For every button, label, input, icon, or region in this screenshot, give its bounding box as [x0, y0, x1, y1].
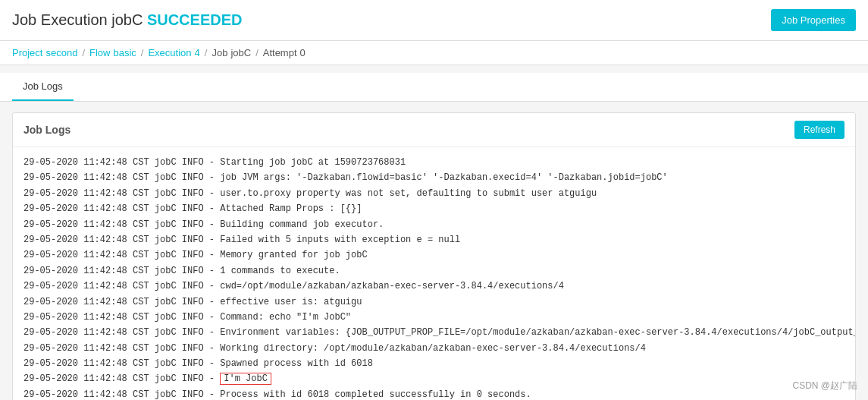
refresh-button[interactable]: Refresh	[794, 121, 844, 139]
breadcrumb-sep-3: /	[205, 47, 208, 58]
title-prefix: Job Execution jobC	[12, 11, 143, 28]
log-line: 29-05-2020 11:42:48 CST jobC INFO - Work…	[24, 341, 844, 356]
page-title: Job Execution jobC SUCCEEDED	[12, 11, 242, 29]
log-line: 29-05-2020 11:42:48 CST jobC INFO - Atta…	[24, 201, 844, 216]
tab-job-logs[interactable]: Job Logs	[12, 73, 74, 101]
job-properties-button[interactable]: Job Properties	[771, 9, 856, 31]
main-content: Job Logs Refresh 29-05-2020 11:42:48 CST…	[0, 102, 868, 400]
breadcrumb: Project second / Flow basic / Execution …	[0, 41, 868, 65]
log-line: 29-05-2020 11:42:48 CST jobC INFO - Star…	[24, 155, 844, 170]
log-line: 29-05-2020 11:42:48 CST jobC INFO - Envi…	[24, 325, 844, 340]
log-line: 29-05-2020 11:42:48 CST jobC INFO - cwd=…	[24, 279, 844, 294]
log-content: 29-05-2020 11:42:48 CST jobC INFO - Star…	[13, 147, 855, 400]
log-line: 29-05-2020 11:42:48 CST jobC INFO - Comm…	[24, 310, 844, 325]
log-panel-title: Job Logs	[24, 124, 71, 136]
breadcrumb-job-label: Job	[212, 47, 227, 58]
breadcrumb-attempt-value: 0	[300, 47, 306, 58]
tabs-bar: Job Logs	[0, 73, 868, 102]
log-line: 29-05-2020 11:42:48 CST jobC INFO - job …	[24, 170, 844, 185]
log-line: 29-05-2020 11:42:48 CST jobC INFO - Proc…	[24, 387, 844, 400]
breadcrumb-flow-label[interactable]: Flow	[89, 47, 110, 58]
breadcrumb-project-label[interactable]: Project	[12, 47, 42, 58]
log-line: 29-05-2020 11:42:48 CST jobC INFO - I'm …	[24, 371, 844, 386]
breadcrumb-sep-1: /	[82, 47, 85, 58]
log-panel: Job Logs Refresh 29-05-2020 11:42:48 CST…	[12, 112, 856, 400]
breadcrumb-project-value[interactable]: second	[45, 47, 77, 58]
breadcrumb-execution-value[interactable]: 4	[195, 47, 200, 58]
log-panel-header: Job Logs Refresh	[13, 113, 855, 147]
log-line: 29-05-2020 11:42:48 CST jobC INFO - Memo…	[24, 247, 844, 263]
log-line: 29-05-2020 11:42:48 CST jobC INFO - effe…	[24, 294, 844, 310]
log-line: 29-05-2020 11:42:48 CST jobC INFO - user…	[24, 186, 844, 201]
breadcrumb-job-value: jobC	[230, 47, 251, 58]
page-header: Job Execution jobC SUCCEEDED Job Propert…	[0, 0, 868, 41]
watermark: CSDN @赵广陆	[792, 380, 857, 392]
log-line: 29-05-2020 11:42:48 CST jobC INFO - Spaw…	[24, 356, 844, 371]
breadcrumb-sep-2: /	[141, 47, 144, 58]
breadcrumb-sep-4: /	[255, 47, 259, 58]
title-status: SUCCEEDED	[147, 11, 243, 28]
breadcrumb-execution-label[interactable]: Execution	[148, 47, 191, 58]
log-line: 29-05-2020 11:42:48 CST jobC INFO - 1 co…	[24, 263, 844, 279]
log-line: 29-05-2020 11:42:48 CST jobC INFO - Fail…	[24, 232, 844, 247]
breadcrumb-flow-value[interactable]: basic	[113, 47, 136, 58]
log-line: 29-05-2020 11:42:48 CST jobC INFO - Buil…	[24, 217, 844, 232]
highlighted-text: I'm JobC	[220, 373, 271, 385]
breadcrumb-attempt-label: Attempt	[263, 47, 297, 58]
